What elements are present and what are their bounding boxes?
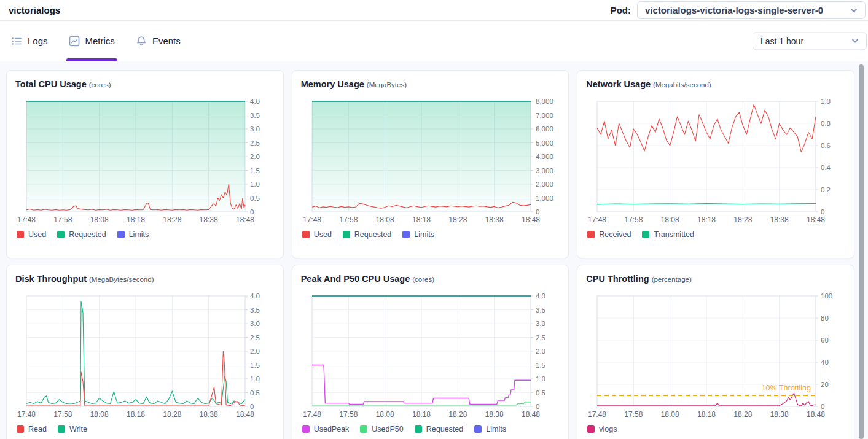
chart-legend: vlogs (586, 425, 845, 433)
tab-label: Events (152, 36, 181, 46)
legend-swatch (117, 231, 125, 238)
chart-legend: ReadWrite (15, 425, 275, 433)
svg-text:18:28: 18:28 (734, 216, 753, 224)
svg-text:0.4: 0.4 (821, 164, 831, 171)
legend-swatch (415, 425, 422, 433)
legend-label: Used (314, 230, 332, 239)
svg-text:18:18: 18:18 (697, 216, 716, 224)
svg-text:0: 0 (536, 208, 539, 216)
legend-label: Read (28, 425, 47, 433)
svg-text:0.8: 0.8 (821, 120, 831, 127)
legend-label: Write (69, 425, 87, 433)
card-title: Peak And P50 CPU Usage(cores) (301, 274, 560, 284)
pod-select[interactable]: victorialogs-victoria-logs-single-server… (637, 1, 866, 19)
legend-label: Requested (426, 425, 463, 433)
svg-text:8,000: 8,000 (536, 98, 553, 105)
svg-text:2.0: 2.0 (536, 348, 545, 355)
legend-item-usedp50[interactable]: UsedP50 (360, 425, 403, 433)
svg-text:1.0: 1.0 (250, 375, 260, 383)
tab-logs[interactable]: Logs (9, 21, 50, 61)
svg-text:18:28: 18:28 (163, 410, 181, 419)
svg-text:17:58: 17:58 (625, 216, 643, 224)
alert-bell-icon (136, 36, 147, 47)
svg-text:18:48: 18:48 (522, 410, 540, 419)
card-title: Disk Throughput(MegaBytes/second) (15, 274, 275, 284)
svg-text:18:08: 18:08 (90, 216, 109, 224)
card-unit: (Megabits/second) (653, 81, 711, 88)
svg-text:18:48: 18:48 (236, 410, 254, 419)
svg-text:17:48: 17:48 (17, 410, 36, 419)
svg-text:18:08: 18:08 (661, 410, 679, 419)
svg-text:2.5: 2.5 (250, 334, 260, 341)
time-range-select[interactable]: Last 1 hour (753, 32, 867, 50)
legend-item-limits[interactable]: Limits (402, 230, 434, 239)
svg-text:18:38: 18:38 (485, 216, 503, 224)
svg-text:7,000: 7,000 (536, 112, 553, 119)
legend-swatch (587, 425, 595, 433)
tab-label: Metrics (85, 36, 115, 46)
svg-text:4,000: 4,000 (536, 153, 553, 160)
legend-item-received[interactable]: Received (587, 230, 631, 239)
card-network-usage: Network Usage(Megabits/second) 00.20.40.… (577, 70, 854, 258)
svg-text:18:48: 18:48 (807, 410, 825, 419)
svg-text:1,000: 1,000 (536, 195, 553, 202)
memory-usage-chart: 01,0002,0003,0004,0005,0006,0007,0008,00… (301, 96, 560, 227)
svg-text:4.0: 4.0 (536, 292, 545, 300)
legend-swatch (474, 425, 482, 433)
legend-item-write[interactable]: Write (58, 425, 87, 433)
svg-text:2.0: 2.0 (250, 153, 260, 160)
legend-swatch (57, 231, 65, 238)
svg-text:2.0: 2.0 (250, 348, 260, 355)
card-unit: (MegaBytes) (367, 81, 407, 88)
legend-item-used[interactable]: Used (302, 230, 332, 239)
svg-text:2.5: 2.5 (250, 139, 260, 147)
svg-text:0: 0 (250, 208, 254, 216)
legend-label: Requested (354, 230, 391, 239)
pod-selector-group: Pod: victorialogs-victoria-logs-single-s… (611, 1, 866, 19)
legend-item-limits[interactable]: Limits (117, 230, 149, 239)
svg-text:18:18: 18:18 (127, 216, 145, 224)
svg-text:0: 0 (821, 208, 824, 216)
card-total-cpu-usage: Total CPU Usage(cores) 00.51.01.52.02.53… (6, 70, 284, 258)
legend-item-limits[interactable]: Limits (474, 425, 506, 433)
tab-metrics[interactable]: Metrics (66, 21, 117, 61)
legend-swatch (402, 231, 410, 238)
legend-swatch (360, 425, 367, 433)
tab-events[interactable]: Events (133, 21, 183, 61)
svg-text:10% Throttling: 10% Throttling (762, 384, 811, 392)
network-usage-chart: 00.20.40.60.81.017:4817:5818:0818:1818:2… (586, 96, 845, 227)
svg-text:17:58: 17:58 (53, 410, 72, 419)
legend-item-usedpeak[interactable]: UsedPeak (302, 425, 350, 433)
svg-text:18:38: 18:38 (200, 216, 218, 224)
legend-swatch (58, 425, 65, 433)
svg-text:18:48: 18:48 (236, 216, 254, 224)
svg-text:60: 60 (821, 336, 829, 344)
svg-text:18:18: 18:18 (127, 410, 145, 419)
vertical-scrollbar[interactable] (859, 64, 864, 439)
legend-swatch (302, 425, 310, 433)
card-title: CPU Throttling(percentage) (586, 274, 845, 284)
legend-swatch (17, 231, 24, 238)
legend-item-requested[interactable]: Requested (415, 425, 463, 433)
legend-item-used[interactable]: Used (17, 230, 46, 239)
total-cpu-usage-chart: 00.51.01.52.02.53.03.54.017:4817:5818:08… (15, 96, 275, 227)
svg-text:17:48: 17:48 (303, 216, 321, 224)
svg-text:0.5: 0.5 (250, 389, 260, 397)
legend-item-requested[interactable]: Requested (57, 230, 106, 239)
svg-text:2.5: 2.5 (536, 334, 545, 341)
svg-text:3.5: 3.5 (250, 112, 260, 119)
legend-item-read[interactable]: Read (17, 425, 47, 433)
disk-throughput-chart: 00.51.01.52.02.53.03.54.017:4817:5818:08… (15, 291, 275, 421)
legend-label: UsedP50 (372, 425, 403, 433)
legend-item-requested[interactable]: Requested (343, 230, 391, 239)
card-title: Network Usage(Megabits/second) (586, 79, 845, 89)
svg-text:3.0: 3.0 (536, 320, 545, 327)
tab-label: Logs (28, 36, 48, 46)
legend-swatch (17, 425, 24, 433)
legend-swatch (642, 231, 649, 238)
legend-item-vlogs[interactable]: vlogs (587, 425, 617, 433)
legend-swatch (587, 231, 595, 238)
svg-text:3.5: 3.5 (250, 306, 260, 314)
svg-text:1.0: 1.0 (250, 181, 260, 188)
legend-item-transmitted[interactable]: Transmitted (642, 230, 694, 239)
